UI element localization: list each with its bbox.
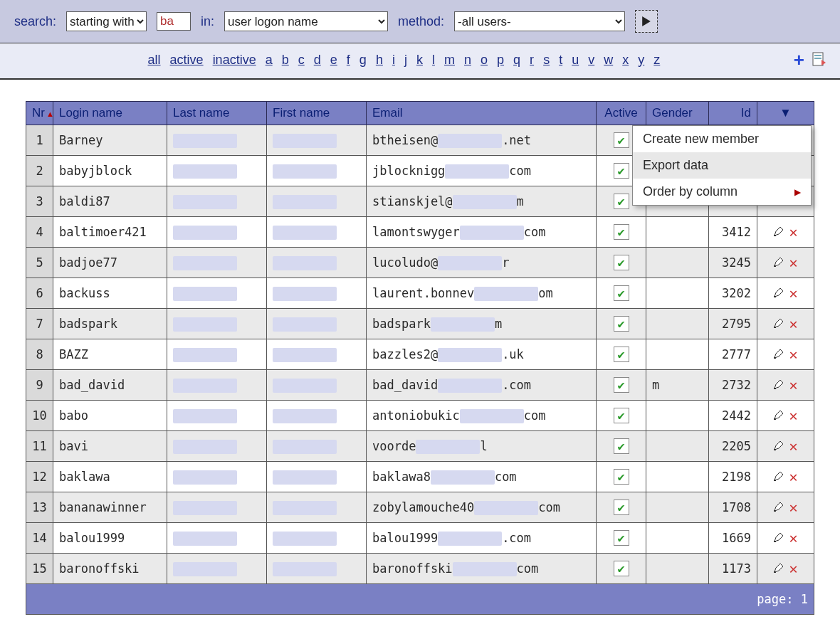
edit-button[interactable] bbox=[773, 256, 784, 270]
cell-active: ✔ bbox=[597, 462, 646, 492]
cell-email: lamontswygercom bbox=[367, 217, 597, 248]
redacted bbox=[438, 134, 502, 148]
filter-letter-f[interactable]: f bbox=[347, 53, 350, 67]
filter-letter-w[interactable]: w bbox=[604, 53, 613, 67]
delete-button[interactable]: ✕ bbox=[789, 529, 797, 546]
edit-button[interactable] bbox=[773, 501, 784, 515]
redacted bbox=[173, 470, 237, 485]
redacted bbox=[173, 134, 237, 148]
cell-id: 2205 bbox=[709, 431, 757, 462]
filter-letter-d[interactable]: d bbox=[314, 53, 321, 67]
search-input[interactable] bbox=[157, 12, 191, 31]
cell-active: ✔ bbox=[597, 370, 646, 401]
edit-button[interactable] bbox=[773, 287, 784, 301]
add-button[interactable]: + bbox=[794, 49, 804, 71]
cell-id: 2198 bbox=[709, 462, 757, 492]
redacted bbox=[173, 562, 237, 576]
col-gender[interactable]: Gender bbox=[646, 102, 709, 125]
menu-order-by-column[interactable]: Order by column ▶ bbox=[633, 179, 811, 205]
delete-button[interactable]: ✕ bbox=[789, 499, 797, 516]
filter-letter-b[interactable]: b bbox=[282, 53, 289, 67]
filter-letter-t[interactable]: t bbox=[559, 53, 562, 67]
col-email[interactable]: Email bbox=[367, 102, 597, 125]
menu-create-member[interactable]: Create new member bbox=[633, 126, 811, 152]
svg-rect-3 bbox=[814, 58, 821, 59]
filter-letter-m[interactable]: m bbox=[444, 53, 455, 67]
delete-button[interactable]: ✕ bbox=[789, 560, 797, 577]
filter-letter-y[interactable]: y bbox=[638, 53, 644, 67]
edit-button[interactable] bbox=[773, 470, 784, 485]
menu-export-data[interactable]: Export data bbox=[633, 152, 811, 179]
go-button[interactable] bbox=[635, 10, 658, 33]
filter-letter-n[interactable]: n bbox=[464, 53, 471, 67]
filter-letter-o[interactable]: o bbox=[481, 53, 488, 67]
filter-letter-v[interactable]: v bbox=[588, 53, 594, 67]
col-nr[interactable]: Nr▲ bbox=[26, 102, 53, 125]
col-id[interactable]: Id bbox=[709, 102, 757, 125]
edit-button[interactable] bbox=[773, 562, 784, 576]
table-row: 8BAZZbazzles2@.uk✔2777✕ bbox=[26, 339, 814, 370]
edit-button[interactable] bbox=[773, 532, 784, 546]
col-active[interactable]: Active bbox=[597, 102, 646, 125]
delete-button[interactable]: ✕ bbox=[789, 254, 797, 271]
delete-button[interactable]: ✕ bbox=[789, 315, 797, 332]
col-login[interactable]: Login name bbox=[53, 102, 167, 125]
cell-login: bananawinner bbox=[53, 492, 167, 523]
filter-letter-h[interactable]: h bbox=[376, 53, 383, 67]
svg-rect-18 bbox=[774, 418, 776, 420]
filter-letter-g[interactable]: g bbox=[359, 53, 367, 67]
search-mode-select[interactable]: starting with bbox=[66, 11, 147, 31]
cell-nr: 13 bbox=[26, 492, 53, 523]
delete-button[interactable]: ✕ bbox=[789, 438, 797, 455]
edit-button[interactable] bbox=[773, 226, 784, 240]
filter-letter-s[interactable]: s bbox=[543, 53, 550, 67]
filter-letter-k[interactable]: k bbox=[416, 53, 423, 67]
filter-letter-z[interactable]: z bbox=[653, 53, 660, 67]
filter-letter-i[interactable]: i bbox=[392, 53, 395, 67]
col-first[interactable]: First name bbox=[267, 102, 367, 125]
filter-letter-j[interactable]: j bbox=[404, 53, 407, 67]
filter-letter-x[interactable]: x bbox=[622, 53, 629, 67]
filter-letter-u[interactable]: u bbox=[572, 53, 579, 67]
col-last[interactable]: Last name bbox=[167, 102, 267, 125]
delete-button[interactable]: ✕ bbox=[789, 468, 797, 485]
filter-letter-e[interactable]: e bbox=[330, 53, 337, 67]
cell-email: antoniobukiccom bbox=[367, 401, 597, 431]
delete-button[interactable]: ✕ bbox=[789, 407, 797, 424]
cell-gender bbox=[646, 431, 709, 462]
export-button[interactable] bbox=[812, 51, 826, 70]
delete-button[interactable]: ✕ bbox=[789, 223, 797, 240]
filter-letter-c[interactable]: c bbox=[298, 53, 305, 67]
delete-button[interactable]: ✕ bbox=[789, 346, 797, 363]
checkbox-icon: ✔ bbox=[614, 285, 629, 301]
delete-button[interactable]: ✕ bbox=[789, 376, 797, 393]
edit-button[interactable] bbox=[773, 440, 784, 454]
method-select[interactable]: -all users- bbox=[454, 11, 625, 31]
col-menu[interactable]: ▼ bbox=[757, 102, 814, 125]
edit-button[interactable] bbox=[773, 379, 784, 393]
cell-email: baronoffskicom bbox=[367, 554, 597, 584]
filter-letter-a[interactable]: a bbox=[266, 53, 273, 67]
search-field-select[interactable]: user logon name bbox=[224, 11, 388, 31]
redacted bbox=[273, 562, 337, 576]
delete-button[interactable]: ✕ bbox=[789, 285, 797, 302]
svg-rect-6 bbox=[774, 235, 776, 236]
checkbox-icon: ✔ bbox=[614, 377, 629, 393]
filter-letter-r[interactable]: r bbox=[530, 53, 534, 67]
edit-button[interactable] bbox=[773, 409, 784, 423]
edit-button[interactable] bbox=[773, 348, 784, 362]
filter-letter-q[interactable]: q bbox=[513, 53, 520, 67]
redacted bbox=[438, 256, 502, 270]
checkbox-icon: ✔ bbox=[614, 347, 629, 362]
filter-letter-l[interactable]: l bbox=[432, 53, 435, 67]
edit-button[interactable] bbox=[773, 317, 784, 332]
sort-asc-icon: ▲ bbox=[46, 110, 54, 118]
cell-first bbox=[267, 186, 367, 217]
filter-letter-p[interactable]: p bbox=[497, 53, 504, 67]
cell-gender: m bbox=[646, 370, 709, 401]
cell-nr: 5 bbox=[26, 248, 53, 278]
cell-id: 2732 bbox=[709, 370, 757, 401]
filter-inactive[interactable]: inactive bbox=[213, 53, 256, 67]
filter-all[interactable]: all bbox=[148, 53, 161, 67]
filter-active[interactable]: active bbox=[170, 53, 204, 67]
